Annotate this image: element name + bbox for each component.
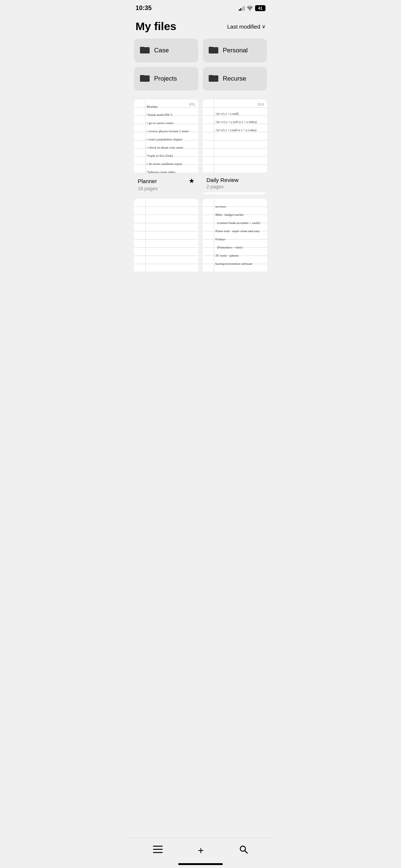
files-grid: 3/31 Monday *finish math HW 5 • go to ca…: [128, 97, 273, 279]
folder-item-personal[interactable]: Personal: [203, 39, 267, 62]
notebook-margin-2: [214, 100, 214, 173]
svg-rect-3: [209, 47, 213, 49]
notebook-margin-3: [145, 199, 146, 273]
signal-bar-2: [240, 8, 241, 11]
folder-icon: [140, 45, 150, 56]
folder-name-projects: Projects: [154, 75, 177, 82]
file-thumbnail-services: services Mint - budget tracker (connect …: [203, 199, 267, 273]
planner-content: Monday *finish math HW 5 • go to career …: [134, 100, 198, 173]
folder-icon: [140, 74, 150, 84]
sort-button[interactable]: Last modified ∨: [227, 23, 265, 30]
signal-bars-icon: [239, 6, 245, 11]
signal-bar-4: [244, 6, 245, 11]
svg-rect-7: [209, 75, 213, 77]
file-card-services[interactable]: services Mint - budget tracker (connect …: [203, 199, 267, 279]
file-thumbnail-planner: 3/31 Monday *finish math HW 5 • go to ca…: [134, 100, 198, 174]
folder-name-personal: Personal: [223, 47, 248, 54]
page-header: My files Last modified ∨: [128, 14, 273, 39]
file-thumbnail-blank: [134, 199, 198, 273]
file-card-planner[interactable]: 3/31 Monday *finish math HW 5 • go to ca…: [134, 100, 198, 194]
daily-review-content: √(a²-x²) x = a sin(θ) √(a²+x²) x = a sec…: [215, 110, 265, 134]
battery-icon: 41: [255, 5, 265, 11]
signal-bar-1: [239, 9, 240, 11]
signal-bar-3: [242, 7, 243, 11]
sort-label: Last modified: [227, 23, 260, 30]
file-info-planner: Planner ★ 18 pages: [134, 174, 198, 194]
folders-grid: Case Personal Projects Recurse: [128, 39, 273, 97]
folder-icon: [209, 45, 218, 56]
file-info-daily-review: Daily Review 2 pages: [203, 174, 267, 192]
chevron-down-icon: ∨: [262, 23, 265, 29]
folder-item-case[interactable]: Case: [134, 39, 198, 62]
services-content: services Mint - budget tracker (connect …: [203, 199, 267, 273]
file-name-planner: Planner: [138, 178, 157, 184]
notebook-lines-3: [134, 199, 198, 273]
file-name-row-daily-review: Daily Review: [206, 177, 263, 183]
svg-rect-1: [140, 47, 144, 49]
wifi-icon: [247, 5, 253, 12]
star-icon-planner: ★: [189, 177, 195, 185]
file-pages-daily-review: 2 pages: [206, 184, 263, 189]
status-icons: 41: [239, 5, 266, 12]
file-thumbnail-daily-review: 3/10 √(a²-x²) x = a sin(θ) √(a²+x²) x = …: [203, 100, 267, 174]
svg-rect-5: [140, 75, 144, 77]
page-num-daily-review: 3/10: [257, 103, 264, 106]
page-title: My files: [136, 20, 176, 33]
folder-item-recurse[interactable]: Recurse: [203, 67, 267, 91]
file-pages-planner: 18 pages: [138, 186, 195, 191]
file-name-daily-review: Daily Review: [206, 177, 239, 183]
file-name-row-planner: Planner ★: [138, 177, 195, 185]
folder-name-case: Case: [154, 47, 169, 54]
status-bar: 10:35 41: [128, 0, 273, 14]
file-info-blank: [134, 273, 198, 279]
folder-item-projects[interactable]: Projects: [134, 67, 198, 91]
folder-icon: [209, 74, 218, 84]
status-time: 10:35: [136, 4, 151, 12]
file-card-blank[interactable]: [134, 199, 198, 279]
folder-name-recurse: Recurse: [223, 75, 246, 82]
file-info-services: [203, 273, 267, 279]
file-card-daily-review[interactable]: 3/10 √(a²-x²) x = a sin(θ) √(a²+x²) x = …: [203, 100, 267, 194]
